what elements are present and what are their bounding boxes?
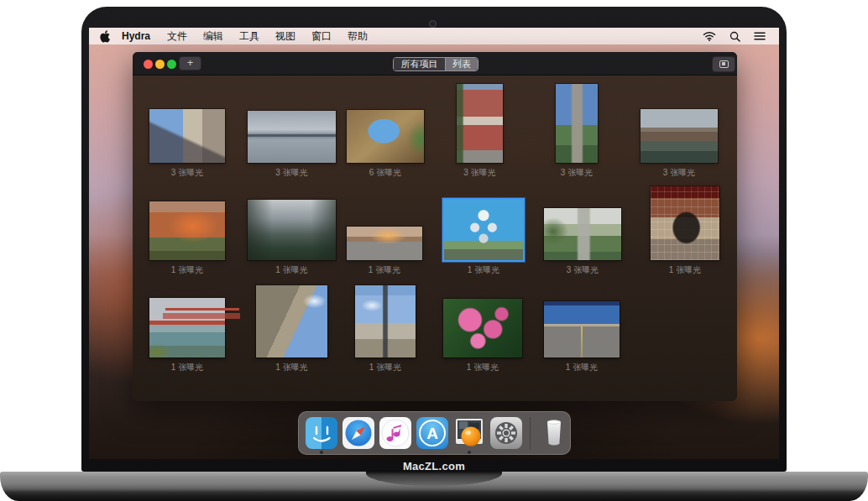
photo-cell-atomium-selected[interactable]: 1 张曝光 [444, 200, 523, 260]
minimize-button[interactable] [155, 60, 165, 69]
photo-thumbnail[interactable] [149, 298, 225, 357]
dock-separator [530, 417, 531, 449]
hydra-app-icon[interactable] [452, 416, 486, 450]
exposure-label: 6 张曝光 [369, 167, 401, 179]
app-store-icon[interactable]: A [416, 416, 449, 450]
spotlight-search-icon[interactable] [729, 31, 740, 42]
photo-cell-tower-in-trees[interactable]: 3 张曝光 [544, 208, 621, 260]
segment-all-items[interactable]: 所有项目 [394, 58, 446, 70]
photo-cell-golden-gate-bridge[interactable]: 1 张曝光 [149, 298, 225, 357]
photo-thumbnail[interactable] [347, 227, 422, 260]
photo-thumbnail[interactable] [544, 301, 620, 357]
menu-app-name[interactable]: Hydra [122, 30, 150, 42]
photo-cell-mountain-valley[interactable]: 1 张曝光 [248, 200, 336, 260]
desktop-wallpaper: Hydra 文件 编辑 工具 视图 窗口 帮助 [89, 28, 779, 459]
trash-icon[interactable] [537, 416, 571, 450]
webcam-dot [429, 20, 437, 28]
exposure-label: 3 张曝光 [567, 264, 599, 276]
photo-cell-red-rock-canyon[interactable]: 1 张曝光 [149, 201, 225, 260]
hydra-window: + 所有项目 列表 3 张曝光 3 张曝光 [133, 52, 737, 401]
bezel-brand-text: MacZL.com [81, 460, 787, 472]
finder-running-indicator [320, 451, 323, 454]
exposure-label: 1 张曝光 [669, 264, 701, 276]
menu-view[interactable]: 视图 [275, 29, 295, 44]
macbook-frame: Hydra 文件 编辑 工具 视图 窗口 帮助 [81, 7, 787, 472]
exposure-label: 3 张曝光 [561, 167, 593, 179]
dock: A [298, 411, 571, 455]
photo-cell-glass-apple-store[interactable]: 1 张曝光 [651, 186, 719, 260]
photo-thumbnail[interactable] [556, 84, 598, 163]
menu-help[interactable]: 帮助 [348, 29, 368, 44]
photo-thumbnail[interactable] [248, 111, 336, 163]
exposure-label: 3 张曝光 [275, 167, 307, 179]
finder-icon[interactable] [305, 416, 338, 450]
photo-thumbnail[interactable] [149, 109, 225, 163]
exposure-label: 1 张曝光 [275, 264, 307, 276]
screenshot-stage: Hydra 文件 编辑 工具 视图 窗口 帮助 [0, 0, 868, 501]
photo-thumbnail[interactable] [355, 285, 416, 357]
exposure-label: 1 张曝光 [467, 362, 499, 373]
close-button[interactable] [144, 60, 153, 69]
photo-cell-sunset-road[interactable]: 1 张曝光 [347, 227, 422, 260]
photo-thumbnail[interactable] [347, 110, 424, 163]
photo-cell-palace-of-fine-arts[interactable]: 3 张曝光 [641, 109, 718, 163]
exposure-label: 1 张曝光 [171, 264, 203, 276]
lid-notch [366, 472, 502, 486]
menu-window[interactable]: 窗口 [311, 29, 332, 44]
segment-list[interactable]: 列表 [446, 58, 478, 70]
exposure-label: 1 张曝光 [369, 362, 401, 373]
photo-cell-pink-flowers[interactable]: 1 张曝光 [443, 299, 522, 357]
photo-cell-ornate-facade[interactable]: 1 张曝光 [256, 285, 327, 357]
exposure-label: 1 张曝光 [171, 362, 203, 373]
photo-thumbnail[interactable] [256, 285, 327, 357]
apple-logo-icon[interactable] [99, 30, 110, 43]
exposure-label: 1 张曝光 [566, 362, 598, 373]
photo-cell-desert-road[interactable]: 1 张曝光 [544, 301, 620, 357]
photo-thumbnail[interactable] [443, 299, 522, 357]
photo-cell-eiffel-tower[interactable]: 1 张曝光 [355, 285, 416, 357]
photo-thumbnail[interactable] [651, 186, 719, 260]
menu-tools[interactable]: 工具 [239, 29, 259, 44]
view-segmented-control: 所有项目 列表 [393, 57, 478, 71]
system-preferences-icon[interactable] [489, 416, 523, 450]
photo-thumbnail[interactable] [248, 200, 336, 260]
photo-thumbnail[interactable] [457, 84, 503, 163]
menu-edit[interactable]: 编辑 [203, 29, 223, 44]
display-mode-button[interactable] [712, 56, 735, 72]
exposure-label: 1 张曝光 [369, 264, 400, 276]
menu-file[interactable]: 文件 [167, 29, 187, 44]
itunes-icon[interactable] [379, 416, 412, 450]
photo-cell-bell-tower[interactable]: 3 张曝光 [556, 84, 598, 163]
wifi-icon[interactable] [703, 31, 716, 41]
photo-thumbnail-selected[interactable] [444, 200, 523, 260]
photo-cell-bay-bridge[interactable]: 3 张曝光 [248, 111, 336, 163]
photo-cell-church-tower[interactable]: 3 张曝光 [149, 109, 225, 163]
photo-cell-red-brick-building[interactable]: 3 张曝光 [457, 84, 503, 163]
window-titlebar[interactable]: + 所有项目 列表 [133, 52, 737, 76]
menu-bar: Hydra 文件 编辑 工具 视图 窗口 帮助 [89, 28, 779, 44]
screen-icon [719, 60, 729, 68]
exposure-label: 3 张曝光 [171, 167, 203, 179]
add-button[interactable]: + [179, 56, 201, 70]
exposure-label: 1 张曝光 [275, 362, 307, 373]
notification-center-icon[interactable] [754, 31, 766, 41]
photo-thumbnail[interactable] [641, 109, 718, 163]
exposure-label: 1 张曝光 [468, 264, 499, 276]
exposure-label: 3 张曝光 [663, 167, 695, 179]
photo-thumbnail[interactable] [149, 201, 225, 260]
zoom-button[interactable] [167, 60, 176, 69]
hydra-running-indicator [468, 451, 471, 454]
svg-text:A: A [426, 425, 438, 442]
safari-icon[interactable] [342, 416, 375, 450]
exposure-label: 3 张曝光 [463, 167, 495, 179]
photo-thumbnail[interactable] [544, 208, 621, 260]
macbook-base [0, 472, 868, 501]
photo-cell-stick-sculpture[interactable]: 6 张曝光 [347, 110, 424, 163]
